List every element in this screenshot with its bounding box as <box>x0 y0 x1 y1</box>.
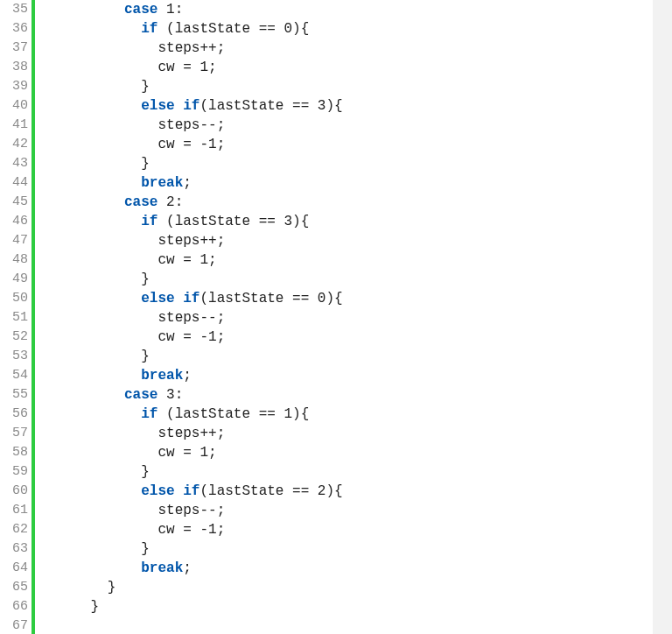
line-number-gutter: 3536373839404142434445464748495051525354… <box>0 0 32 634</box>
line-number: 37 <box>0 39 32 58</box>
code-line[interactable]: } <box>40 270 648 289</box>
code-line[interactable]: case 3: <box>40 385 648 405</box>
code-line[interactable]: cw = -1; <box>40 328 648 347</box>
code-line[interactable]: } <box>40 154 648 173</box>
code-line[interactable]: steps--; <box>40 308 648 328</box>
keyword: else <box>141 98 174 114</box>
code-line[interactable]: cw = -1; <box>40 520 648 539</box>
keyword: if <box>141 214 158 229</box>
code-line[interactable]: cw = -1; <box>40 135 648 154</box>
code-line[interactable]: else if(lastState == 3){ <box>40 96 648 116</box>
line-number: 43 <box>0 154 32 173</box>
code-line[interactable]: else if(lastState == 0){ <box>40 289 648 308</box>
line-number: 54 <box>0 366 32 385</box>
keyword: case <box>124 387 158 403</box>
code-line[interactable]: else if(lastState == 2){ <box>40 482 648 501</box>
line-number: 67 <box>0 616 32 634</box>
code-line[interactable] <box>40 616 648 634</box>
code-line[interactable]: steps--; <box>40 116 648 135</box>
line-number: 35 <box>0 0 32 19</box>
keyword: if <box>141 406 158 422</box>
code-line[interactable]: } <box>40 539 648 559</box>
code-line[interactable]: } <box>40 578 648 597</box>
line-number: 45 <box>0 193 32 212</box>
keyword: break <box>141 175 183 191</box>
line-number: 44 <box>0 173 32 193</box>
keyword: break <box>141 560 183 576</box>
code-line[interactable]: steps++; <box>40 231 648 250</box>
code-line[interactable]: steps++; <box>40 39 648 58</box>
vertical-scrollbar[interactable] <box>653 0 672 634</box>
code-content[interactable]: case 1: if (lastState == 0){ steps++; cw… <box>35 0 648 634</box>
keyword: if <box>183 291 200 306</box>
line-number: 57 <box>0 424 32 443</box>
line-number: 58 <box>0 443 32 462</box>
keyword: else <box>141 291 174 306</box>
code-line[interactable]: if (lastState == 0){ <box>40 19 648 39</box>
line-number: 64 <box>0 559 32 578</box>
code-line[interactable]: cw = 1; <box>40 58 648 77</box>
line-number: 40 <box>0 96 32 116</box>
code-line[interactable]: } <box>40 347 648 366</box>
line-number: 51 <box>0 308 32 328</box>
line-number: 42 <box>0 135 32 154</box>
line-number: 56 <box>0 405 32 424</box>
line-number: 48 <box>0 250 32 270</box>
line-number: 55 <box>0 385 32 405</box>
line-number: 62 <box>0 520 32 539</box>
keyword: if <box>141 21 158 37</box>
code-line[interactable]: cw = 1; <box>40 443 648 462</box>
code-line[interactable]: break; <box>40 366 648 385</box>
line-number: 41 <box>0 116 32 135</box>
keyword: case <box>124 194 158 210</box>
keyword: if <box>183 98 200 114</box>
code-editor[interactable]: 3536373839404142434445464748495051525354… <box>0 0 648 634</box>
line-number: 46 <box>0 212 32 231</box>
code-line[interactable]: case 1: <box>40 0 648 19</box>
line-number: 61 <box>0 501 32 520</box>
code-line[interactable]: break; <box>40 559 648 578</box>
code-line[interactable]: if (lastState == 3){ <box>40 212 648 231</box>
code-line[interactable]: } <box>40 597 648 616</box>
line-number: 49 <box>0 270 32 289</box>
code-line[interactable]: case 2: <box>40 193 648 212</box>
line-number: 65 <box>0 578 32 597</box>
line-number: 59 <box>0 462 32 482</box>
line-number: 50 <box>0 289 32 308</box>
code-line[interactable]: } <box>40 77 648 96</box>
line-number: 52 <box>0 328 32 347</box>
line-number: 38 <box>0 58 32 77</box>
code-line[interactable]: steps++; <box>40 424 648 443</box>
line-number: 47 <box>0 231 32 250</box>
line-number: 63 <box>0 539 32 559</box>
code-line[interactable]: if (lastState == 1){ <box>40 405 648 424</box>
code-line[interactable]: break; <box>40 173 648 193</box>
line-number: 66 <box>0 597 32 616</box>
line-number: 53 <box>0 347 32 366</box>
keyword: break <box>141 368 183 384</box>
code-line[interactable]: cw = 1; <box>40 250 648 270</box>
keyword: else <box>141 483 174 499</box>
line-number: 36 <box>0 19 32 39</box>
line-number: 39 <box>0 77 32 96</box>
keyword: case <box>124 2 158 18</box>
line-number: 60 <box>0 482 32 501</box>
code-line[interactable]: } <box>40 462 648 482</box>
code-line[interactable]: steps--; <box>40 501 648 520</box>
keyword: if <box>183 483 200 499</box>
